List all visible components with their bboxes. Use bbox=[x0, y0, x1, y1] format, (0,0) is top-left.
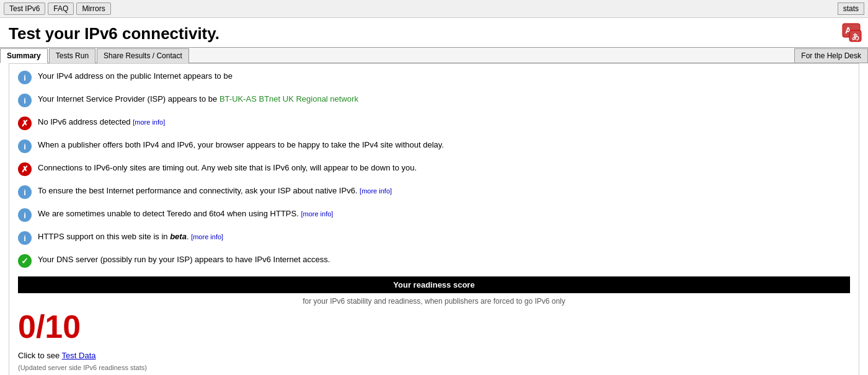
main-content: i Your IPv4 address on the public Intern… bbox=[9, 63, 859, 375]
result-text-ipv4-pref: When a publisher offers both IPv4 and IP… bbox=[38, 139, 850, 151]
more-info-link-4[interactable]: [more info] bbox=[191, 233, 223, 240]
result-row-dns: ✓ Your DNS server (possibly run by your … bbox=[18, 254, 850, 268]
info-icon-3: i bbox=[18, 139, 32, 153]
more-info-link-3[interactable]: [more info] bbox=[301, 210, 333, 218]
result-text-dns: Your DNS server (possibly run by your IS… bbox=[38, 254, 850, 266]
result-text-isp: Your Internet Service Provider (ISP) app… bbox=[38, 93, 850, 105]
result-row-native: i To ensure the best Internet performanc… bbox=[18, 185, 850, 199]
readiness-bar: Your readiness score bbox=[18, 276, 850, 293]
info-icon-2: i bbox=[18, 94, 32, 107]
readiness-score: 0/10 bbox=[18, 309, 850, 345]
readiness-bar-label: Your readiness score bbox=[393, 280, 474, 289]
info-icon-4: i bbox=[18, 185, 32, 199]
result-text-no-ipv6: No IPv6 address detected [more info] bbox=[38, 116, 850, 128]
page-title: Test your IPv6 connectivity. bbox=[9, 24, 859, 43]
more-info-link-2[interactable]: [more info] bbox=[360, 187, 392, 195]
error-icon-1: ✗ bbox=[18, 117, 32, 130]
result-row-https-beta: i HTTPS support on this web site is in b… bbox=[18, 231, 850, 245]
tab-summary[interactable]: Summary bbox=[0, 48, 48, 63]
updated-note: (Updated server side IPv6 readiness stat… bbox=[18, 364, 850, 371]
test-data-link[interactable]: Test Data bbox=[62, 351, 96, 360]
title-area: Test your IPv6 connectivity. A あ bbox=[0, 18, 868, 47]
success-icon-1: ✓ bbox=[18, 254, 32, 268]
svg-text:あ: あ bbox=[852, 32, 859, 41]
click-test-data: Click to see Test Data bbox=[18, 351, 850, 360]
result-row-ipv4-pref: i When a publisher offers both IPv4 and … bbox=[18, 139, 850, 153]
more-info-link-1[interactable]: [more info] bbox=[133, 118, 165, 126]
nav-tab-mirrors[interactable]: Mirrors bbox=[76, 2, 110, 15]
nav-tab-faq[interactable]: FAQ bbox=[48, 2, 74, 15]
result-row-teredo: i We are sometimes unable to detect Tere… bbox=[18, 208, 850, 222]
tabs-left: Summary Tests Run Share Results / Contac… bbox=[0, 48, 190, 63]
info-icon-5: i bbox=[18, 208, 32, 222]
tab-share-results[interactable]: Share Results / Contact bbox=[97, 48, 189, 63]
nav-tabs-left: Test IPv6 FAQ Mirrors bbox=[4, 2, 111, 15]
top-navigation: Test IPv6 FAQ Mirrors stats bbox=[0, 0, 868, 18]
result-text-https-beta: HTTPS support on this web site is in bet… bbox=[38, 231, 850, 243]
tabs-bar: Summary Tests Run Share Results / Contac… bbox=[0, 47, 868, 63]
readiness-sub: for your IPv6 stability and readiness, w… bbox=[18, 297, 850, 306]
beta-text: beta bbox=[170, 232, 187, 241]
result-text-ipv4: Your IPv4 address on the public Internet… bbox=[38, 70, 850, 82]
result-text-timeout: Connections to IPv6-only sites are timin… bbox=[38, 162, 850, 174]
result-row-no-ipv6: ✗ No IPv6 address detected [more info] bbox=[18, 116, 850, 130]
result-row-ipv4: i Your IPv4 address on the public Intern… bbox=[18, 70, 850, 84]
result-row-timeout: ✗ Connections to IPv6-only sites are tim… bbox=[18, 162, 850, 176]
result-text-native: To ensure the best Internet performance … bbox=[38, 185, 850, 197]
nav-tab-test-ipv6[interactable]: Test IPv6 bbox=[4, 2, 45, 15]
translation-icon[interactable]: A あ bbox=[842, 23, 862, 43]
info-icon-6: i bbox=[18, 231, 32, 245]
error-icon-2: ✗ bbox=[18, 162, 32, 176]
result-text-teredo: We are sometimes unable to detect Teredo… bbox=[38, 208, 850, 220]
tab-tests-run[interactable]: Tests Run bbox=[49, 48, 95, 63]
tab-helpdesk[interactable]: For the Help Desk bbox=[794, 48, 868, 63]
info-icon-1: i bbox=[18, 71, 32, 84]
stats-button[interactable]: stats bbox=[838, 2, 864, 15]
result-row-isp: i Your Internet Service Provider (ISP) a… bbox=[18, 93, 850, 107]
